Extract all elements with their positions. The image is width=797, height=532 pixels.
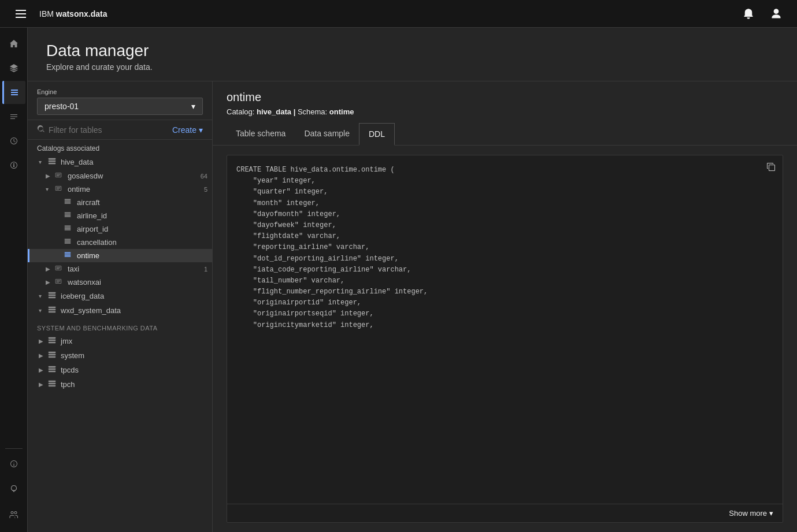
filter-input[interactable]	[49, 125, 172, 135]
svg-rect-7	[65, 213, 71, 214]
schema-count-ontime: 5	[204, 186, 207, 193]
schema-icon-taxi	[55, 265, 65, 273]
catalog-label: Catalog:	[227, 107, 254, 116]
svg-rect-9	[65, 215, 71, 216]
engine-label: Engine	[37, 88, 203, 95]
tab-table-schema[interactable]: Table schema	[227, 123, 295, 146]
expand-icon-system: ▶	[39, 352, 48, 359]
catalog-label-wxd-system-data: wxd_system_data	[61, 306, 207, 315]
schema-icon-ontime	[55, 185, 65, 194]
svg-rect-15	[65, 239, 71, 240]
svg-rect-32	[49, 352, 55, 354]
table-item-airline-id[interactable]: airline_id	[28, 209, 212, 222]
expand-icon-tpch: ▶	[39, 381, 48, 388]
info-icon	[9, 459, 18, 468]
svg-rect-13	[65, 228, 71, 229]
expand-icon-gosalesdw: ▶	[46, 173, 55, 179]
table-item-ontime[interactable]: ontime	[28, 249, 212, 262]
expand-icon-iceberg-data: ▾	[39, 293, 48, 299]
expand-icon-tpcds: ▶	[39, 367, 48, 373]
table-meta: Catalog: hive_data | Schema: ontime	[227, 107, 783, 116]
expand-icon-jmx: ▶	[39, 338, 48, 344]
schema-icon-gosalesdw	[55, 172, 65, 180]
schema-value: ontime	[329, 107, 354, 116]
svg-rect-24	[49, 295, 55, 296]
ddl-footer: Show more ▾	[227, 504, 783, 522]
svg-rect-18	[65, 243, 71, 244]
tabs: Table schema Data sample DDL	[213, 123, 797, 146]
catalog-item-tpcds[interactable]: ▶ tpcds	[28, 363, 212, 377]
ddl-toolbar	[764, 160, 778, 176]
catalog-icon-hive-data	[48, 157, 58, 167]
notification-icon	[743, 8, 754, 20]
svg-rect-11	[65, 226, 71, 227]
ddl-copy-button[interactable]	[764, 160, 778, 176]
catalog-item-iceberg-data[interactable]: ▾ iceberg_data	[28, 289, 212, 303]
catalog-item-wxd-system-data[interactable]: ▾ wxd_system_data	[28, 303, 212, 318]
schema-item-ontime[interactable]: ▾ ontime 5	[28, 183, 212, 196]
show-more-button[interactable]: Show more ▾	[729, 509, 773, 518]
schema-item-taxi[interactable]: ▶ taxi 1	[28, 262, 212, 276]
sidebar-item-info[interactable]	[2, 452, 25, 475]
page-subtitle: Explore and curate your data.	[46, 62, 779, 72]
sidebar-item-query[interactable]	[2, 154, 25, 177]
left-panel: Engine presto-01 ▾	[28, 81, 213, 532]
sidebar-item-layers[interactable]	[2, 57, 25, 80]
notification-button[interactable]	[737, 2, 760, 25]
user-button[interactable]	[765, 2, 788, 25]
svg-rect-12	[65, 227, 71, 228]
catalog-item-jmx[interactable]: ▶ jmx	[28, 334, 212, 348]
expand-icon-watsonxai: ▶	[46, 279, 55, 285]
sidebar-item-history[interactable]	[2, 129, 25, 152]
top-nav-right	[737, 2, 788, 25]
layers-icon	[9, 64, 18, 73]
table-item-aircraft[interactable]: aircraft	[28, 196, 212, 209]
catalog-icon-jmx	[48, 336, 58, 346]
catalog-icon-tpcds	[48, 365, 58, 375]
schema-item-gosalesdw[interactable]: ▶ gosalesdw 64	[28, 169, 212, 183]
svg-rect-30	[49, 340, 55, 341]
catalog-item-hive-data[interactable]: ▾ hive_data	[28, 155, 212, 169]
sidebar-item-home[interactable]	[2, 32, 25, 55]
schema-label-watsonxai: watsonxai	[68, 278, 207, 287]
svg-rect-14	[65, 229, 71, 230]
catalog-value: hive_data	[257, 107, 291, 116]
svg-rect-16	[65, 240, 71, 241]
home-icon	[9, 39, 18, 49]
engine-value: presto-01	[45, 102, 79, 111]
svg-rect-31	[49, 342, 55, 344]
schema-label-gosalesdw: gosalesdw	[68, 172, 198, 180]
schema-icon-watsonxai	[55, 278, 65, 287]
tab-ddl[interactable]: DDL	[359, 123, 395, 146]
svg-rect-40	[49, 385, 55, 387]
sidebar-item-tips[interactable]	[2, 478, 25, 501]
svg-rect-36	[49, 369, 55, 370]
system-section-header: System and benchmarking data	[28, 322, 212, 334]
table-item-cancellation[interactable]: cancellation	[28, 236, 212, 249]
filter-bar: Create ▾	[28, 120, 212, 140]
search-icon	[37, 125, 45, 135]
community-icon	[9, 510, 18, 519]
catalog-item-tpch[interactable]: ▶ tpch	[28, 377, 212, 392]
schema-count-taxi: 1	[204, 266, 207, 273]
data-manager-icon	[10, 88, 19, 97]
catalog-icon-wxd-system-data	[48, 306, 58, 315]
create-button[interactable]: Create ▾	[172, 125, 203, 135]
sidebar-item-community[interactable]	[2, 503, 25, 526]
catalog-label-jmx: jmx	[61, 337, 207, 345]
catalog-item-system[interactable]: ▶ system	[28, 348, 212, 363]
hamburger-button[interactable]	[9, 2, 32, 25]
table-header: ontime Catalog: hive_data | Schema: onti…	[213, 81, 797, 123]
engine-chevron-icon: ▾	[191, 102, 195, 111]
copy-icon	[766, 162, 776, 172]
svg-rect-38	[49, 381, 55, 382]
table-item-airport-id[interactable]: airport_id	[28, 222, 212, 236]
engine-select[interactable]: presto-01 ▾	[37, 98, 203, 115]
sidebar-item-sql[interactable]	[2, 105, 25, 128]
svg-rect-34	[49, 356, 55, 358]
tab-data-sample[interactable]: Data sample	[295, 123, 359, 146]
sidebar-item-data-manager[interactable]	[2, 81, 25, 104]
svg-rect-8	[65, 214, 71, 215]
schema-item-watsonxai[interactable]: ▶ watsonxai	[28, 276, 212, 289]
catalog-label-system: system	[61, 351, 207, 360]
